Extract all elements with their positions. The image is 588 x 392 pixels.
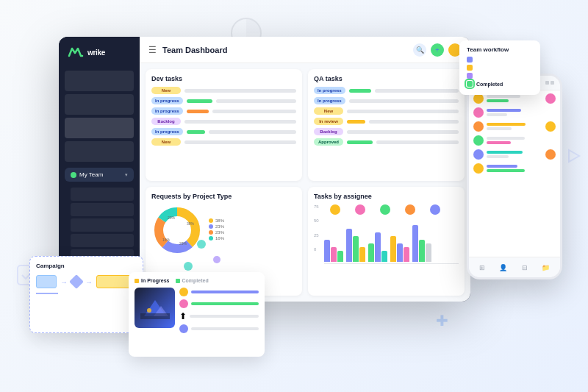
flow-box-start: [36, 275, 57, 288]
tooltip-dot-1: [467, 57, 473, 63]
phone-list: [469, 90, 560, 180]
progress-task-row: [179, 299, 259, 308]
donut-legend: 38% 23% 23% 16%: [209, 218, 224, 242]
task-line: [212, 110, 296, 113]
progress-task-row: ⬆: [179, 311, 259, 321]
phone-lines: [487, 123, 542, 130]
phone-line: [487, 151, 523, 154]
phone-folder-icon[interactable]: 📁: [542, 264, 550, 271]
tooltip-title: Team workflow: [467, 46, 533, 53]
task-progress-line: [347, 120, 365, 124]
sidebar-sub-item-4[interactable]: [71, 234, 134, 247]
phone-line: [487, 141, 511, 144]
task-row: New: [314, 107, 459, 115]
phone-avatar-right: [545, 121, 556, 132]
task-badge: Backlog: [314, 128, 343, 135]
svg-rect-16: [140, 313, 170, 319]
bar-group-2: [346, 229, 365, 262]
task-row: In progress: [314, 87, 459, 94]
task-line: [347, 130, 459, 134]
flow-diamond-container: [71, 277, 82, 287]
y-axis-labels: 7550250: [314, 204, 319, 252]
sidebar-sub-item-2[interactable]: [71, 203, 134, 216]
assignee-title: Tasks by assignee: [314, 193, 459, 200]
task-badge: In review: [314, 118, 343, 125]
task-progress-line: [187, 99, 212, 103]
sidebar-item-home[interactable]: [65, 71, 134, 91]
task-row: New: [151, 87, 296, 94]
bg-plus-icon: ✚: [436, 312, 448, 329]
phone-list-item: [473, 107, 556, 118]
flow-row2: [36, 293, 137, 294]
task-badge: New: [314, 107, 343, 115]
tooltip-dot-2: [467, 65, 473, 71]
p-avatar: [179, 324, 188, 333]
campaign-flow: → →: [36, 275, 137, 288]
donut-chart: 23% 38% 16% 23%: [151, 204, 203, 256]
task-progress-line: [349, 89, 371, 93]
phone-footer: ⊞ 👤 ⊟ 📁: [469, 257, 560, 277]
bar-chart-grid: [324, 216, 459, 264]
search-icon[interactable]: 🔍: [413, 43, 426, 57]
phone-avatar: [473, 135, 484, 146]
phone-dot-1: [545, 81, 549, 85]
task-badge-inprogress: In progress: [151, 128, 183, 135]
tooltip-item-3: [467, 73, 533, 79]
sidebar-sub-item-1[interactable]: [71, 188, 134, 201]
phone-dot-2: [551, 81, 554, 85]
phone-grid-icon[interactable]: ⊞: [479, 264, 485, 271]
progress-card: In Progress Completed: [129, 272, 265, 357]
bar-chart-container: 7550250: [314, 204, 459, 264]
progress-content: ⬆: [135, 288, 259, 336]
svg-text:23%: 23%: [168, 215, 176, 220]
phone-avatar: [473, 149, 484, 160]
tab-completed[interactable]: Completed: [176, 278, 209, 283]
svg-text:16%: 16%: [162, 238, 171, 242]
phone-avatar-right: [545, 93, 556, 104]
donut-chart-area: 23% 38% 16% 23% 38% 23% 23% 16%: [151, 204, 296, 256]
phone-avatar-right: [545, 149, 556, 160]
phone-line: [487, 95, 520, 98]
completed-label: Completed: [182, 278, 209, 283]
progress-task-row: [179, 324, 259, 333]
tooltip-completed-label: Completed: [476, 82, 503, 87]
team-label: My Team: [79, 171, 122, 178]
scene: ✚ wrike My Team ▾: [0, 0, 588, 392]
task-badge: In progress: [314, 97, 345, 104]
phone-lines: [487, 137, 556, 144]
tooltip-dot-3: [467, 73, 473, 79]
task-line: [375, 89, 459, 93]
phone-line: [487, 165, 517, 168]
phone-list-item: [473, 163, 556, 174]
phone-lines: [487, 165, 556, 172]
phone-user-icon[interactable]: 👤: [499, 264, 507, 271]
sidebar-sub-item-3[interactable]: [71, 218, 134, 232]
p-icon: ⬆: [179, 311, 187, 321]
p-avatar: [179, 299, 188, 308]
sidebar-item-projects[interactable]: [65, 94, 134, 115]
sidebar-team-button[interactable]: My Team ▾: [65, 168, 134, 182]
completed-dot: [176, 279, 180, 283]
tab-in-progress[interactable]: In Progress: [135, 278, 170, 283]
task-line: [209, 130, 296, 134]
dev-tasks-title: Dev tasks: [151, 75, 296, 82]
add-icon[interactable]: +: [431, 43, 444, 57]
task-line: [347, 110, 459, 113]
teal-dot-2: [184, 262, 193, 271]
sidebar-item-messages[interactable]: [65, 141, 134, 162]
flow-arrow-icon: →: [60, 278, 68, 286]
sidebar-item-tasks[interactable]: [65, 118, 134, 138]
task-badge-backlog: Backlog: [151, 118, 181, 125]
main-header: ☰ Team Dashboard 🔍 +: [140, 37, 470, 63]
phone-line: [487, 113, 507, 116]
bar-group-3: [368, 232, 387, 262]
campaign-title: Campaign: [36, 263, 137, 269]
phone-list-item: [473, 135, 556, 146]
hamburger-icon[interactable]: ☰: [148, 45, 157, 55]
progress-image: [135, 288, 175, 328]
chevron-down-icon: ▾: [125, 172, 128, 178]
bg-play-icon: [564, 147, 582, 168]
qa-tasks-title: QA tasks: [314, 75, 459, 82]
phone-avatar: [473, 163, 484, 174]
phone-list-icon[interactable]: ⊟: [522, 264, 528, 271]
